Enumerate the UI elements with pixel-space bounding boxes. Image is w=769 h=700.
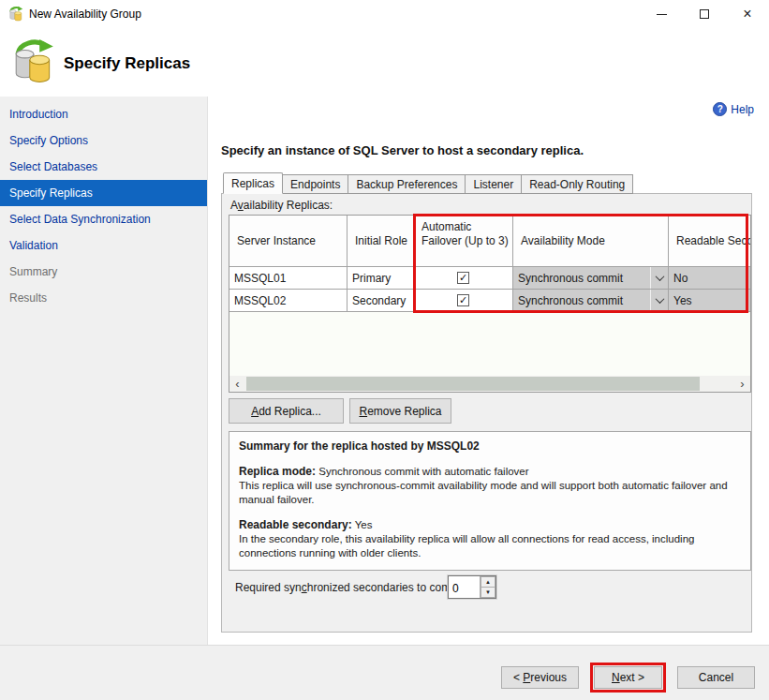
availability-replicas-grid: Server Instance Initial Role Automatic F… [229,215,751,393]
replica-row-mssql02: MSSQL02 Secondary ✓ Synchronous commit Y… [229,290,750,312]
cell-availability-mode: Synchronous commit [513,290,669,311]
button-mnemonic: A [251,405,259,418]
add-replica-button[interactable]: Add Replica... [229,398,344,424]
sidebar-item-select-databases[interactable]: Select Databases [0,154,207,180]
column-header-readable-secondary[interactable]: Readable Secondary [669,216,750,266]
button-label: < [513,671,523,684]
previous-button[interactable]: < Previous [501,666,579,689]
cell-readable-secondary: Yes [669,290,750,311]
sidebar-item-summary: Summary [0,259,207,285]
tab-replicas[interactable]: Replicas [223,172,283,194]
sidebar-item-specify-replicas[interactable]: Specify Replicas [0,180,207,206]
help-label: Help [731,103,754,116]
dropdown-button[interactable] [650,290,668,311]
button-label: revious [530,671,567,684]
cell-initial-role[interactable]: Secondary [348,290,414,311]
replica-mode-value: Synchronous commit with automatic failov… [316,466,529,477]
main-content: ? Help Specify an instance of SQL Server… [208,97,769,645]
replica-tabs: Replicas Endpoints Backup Preferences Li… [223,172,632,194]
availability-mode-dropdown[interactable]: Synchronous commit [513,290,668,311]
summary-readable-secondary: Readable secondary: Yes In the secondary… [239,518,741,560]
maximize-button[interactable] [683,0,726,28]
next-button[interactable]: Next > [594,666,662,689]
page-title: Specify Replicas [64,54,190,73]
cell-server-instance[interactable]: MSSQL01 [229,267,348,289]
spin-down-button[interactable]: ▼ [481,587,495,598]
remove-replica-button[interactable]: Remove Replica [349,398,451,424]
button-label: dd Replica... [259,405,321,418]
availability-mode-value: Synchronous commit [513,294,650,307]
close-icon: × [743,7,751,22]
replicas-tab-panel: Availability Replicas: Server Instance I… [221,193,752,633]
availability-mode-dropdown[interactable]: Synchronous commit [513,267,668,289]
app-database-icon [8,6,24,22]
cell-automatic-failover: ✓ [414,267,513,289]
replica-row-mssql01: MSSQL01 Primary ✓ Synchronous commit No [229,267,750,290]
help-link[interactable]: ? Help [713,102,754,116]
availability-replicas-label: Availability Replicas: [230,199,333,212]
label-text: Required syn [235,581,302,594]
help-icon: ? [713,102,727,116]
readable-secondary-value: Yes [352,519,373,530]
sidebar-item-select-data-synchronization[interactable]: Select Data Synchronization [0,206,207,232]
maximize-icon [700,9,709,19]
replica-mode-label: Replica mode: [239,465,316,478]
required-secondaries-label: Required synchronized secondaries to com… [235,581,466,594]
cell-server-instance[interactable]: MSSQL02 [229,290,348,311]
cell-initial-role[interactable]: Primary [348,267,414,289]
window-title: New Availability Group [29,7,141,21]
readable-secondary-value[interactable]: No [669,267,750,289]
dropdown-button[interactable] [650,267,668,289]
column-header-server-instance[interactable]: Server Instance [229,216,348,266]
horizontal-scrollbar[interactable]: ‹ › [229,376,750,392]
spin-down-icon: ▼ [485,589,491,595]
titlebar: New Availability Group × [0,0,769,28]
automatic-failover-checkbox[interactable]: ✓ [457,294,469,306]
wizard-footer: < Previous Next > Cancel [0,645,769,700]
required-secondaries-input[interactable] [449,576,480,598]
spin-up-icon: ▲ [485,579,491,585]
cell-availability-mode: Synchronous commit [513,267,669,289]
spin-up-button[interactable]: ▲ [481,576,495,587]
button-label: emove Replica [367,405,441,418]
column-header-availability-mode[interactable]: Availability Mode [513,216,669,266]
sidebar-item-specify-options[interactable]: Specify Options [0,127,207,154]
scroll-right-icon[interactable]: › [734,376,750,392]
replica-mode-description: This replica will use synchronous-commit… [239,480,728,505]
summary-title: Summary for the replica hosted by MSSQL0… [239,439,741,454]
button-label: ext > [620,671,644,684]
sidebar-item-results: Results [0,285,207,311]
minimize-button[interactable] [640,0,683,28]
automatic-failover-checkbox[interactable]: ✓ [457,272,469,284]
scrollbar-thumb[interactable] [246,377,700,391]
label-text: A [230,199,238,212]
replicas-database-icon [11,37,58,84]
summary-replica-mode: Replica mode: Synchronous commit with au… [239,465,741,507]
spinner-buttons: ▲ ▼ [480,576,495,598]
new-availability-group-window: New Availability Group × Specify Replica… [0,0,769,700]
label-text: ailability Replicas: [244,199,333,212]
label-text: hronized secondaries to commit [307,581,466,594]
chevron-down-icon [655,272,664,281]
grid-empty-area [229,312,750,376]
cancel-button[interactable]: Cancel [677,666,755,689]
required-secondaries-spinner: ▲ ▼ [448,575,496,599]
close-button[interactable]: × [726,0,769,28]
button-mnemonic: R [359,405,367,418]
tab-listener[interactable]: Listener [465,174,522,194]
replica-summary-box: Summary for the replica hosted by MSSQL0… [229,431,751,571]
scroll-left-icon[interactable]: ‹ [229,376,245,392]
column-header-automatic-failover[interactable]: Automatic Failover (Up to 3) [414,216,513,266]
chevron-down-icon [655,294,664,304]
tab-backup-preferences[interactable]: Backup Preferences [348,174,466,194]
readable-secondary-label: Readable secondary: [239,518,352,531]
tab-endpoints[interactable]: Endpoints [282,174,348,194]
readable-secondary-value[interactable]: Yes [669,290,750,311]
cell-automatic-failover: ✓ [414,290,513,311]
column-header-initial-role[interactable]: Initial Role [348,216,414,266]
sidebar-item-introduction[interactable]: Introduction [0,101,207,127]
wizard-header: Specify Replicas [0,28,769,97]
sidebar-item-validation[interactable]: Validation [0,232,207,259]
instruction-heading: Specify an instance of SQL Server to hos… [221,143,584,157]
tab-read-only-routing[interactable]: Read-Only Routing [521,174,633,194]
